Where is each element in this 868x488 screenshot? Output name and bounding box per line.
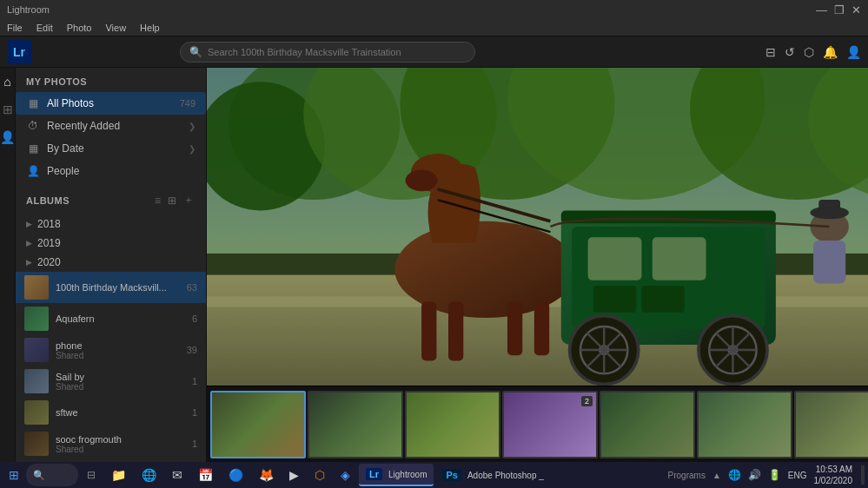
nav-icon-home[interactable]: ⌂ — [3, 75, 10, 89]
albums-title: Albums — [26, 195, 149, 206]
film-thumb-4[interactable]: 2 — [502, 391, 598, 458]
my-photos-header: My Photos — [16, 68, 206, 92]
albums-add-btn[interactable]: ＋ — [182, 191, 195, 209]
album-sail-by-name: Sail by — [56, 372, 185, 382]
album-100th[interactable]: 100th Birthday Macksvill... 63 — [16, 272, 206, 303]
menu-photo[interactable]: Photo — [67, 23, 92, 33]
clock[interactable]: 10:53 AM 1/02/2020 — [814, 464, 853, 486]
lr-taskbar-icon: Lr — [366, 468, 382, 480]
album-year-2020[interactable]: ▶ 2020 — [16, 253, 206, 272]
nav-recently-added[interactable]: ⏱ Recently Added ❯ — [16, 115, 206, 137]
album-aquafern-name: Aquafern — [56, 313, 185, 324]
nav-icon-library[interactable]: ⊞ — [3, 102, 13, 116]
album-sftwe-thumb — [24, 400, 49, 425]
chrome-btn[interactable]: 🔵 — [222, 464, 250, 486]
film-thumb-5[interactable] — [600, 391, 695, 458]
firefox-icon: 🦊 — [259, 468, 274, 482]
by-date-arrow: ❯ — [189, 144, 195, 154]
nav-people[interactable]: 👤 People — [16, 160, 206, 182]
task-view-btn[interactable]: ⊟ — [80, 464, 103, 486]
main-photo-view[interactable] — [207, 68, 868, 386]
firefox-btn[interactable]: 🦊 — [252, 464, 281, 486]
lang-indicator[interactable]: ENG — [788, 471, 807, 480]
search-input[interactable] — [208, 47, 466, 57]
calendar-icon: 📅 — [198, 468, 213, 482]
menu-help[interactable]: Help — [140, 23, 160, 33]
volume-icon[interactable]: 🔊 — [748, 469, 761, 481]
mail-icon: ✉ — [172, 468, 182, 482]
ps-taskbar-icon: Ps — [442, 469, 461, 481]
all-photos-label: All Photos — [47, 97, 173, 109]
svg-rect-16 — [448, 301, 463, 360]
show-desktop-btn[interactable] — [861, 465, 865, 485]
film-thumb-7[interactable] — [794, 391, 868, 458]
nav-icon-people[interactable]: 👤 — [0, 130, 15, 144]
mail-btn[interactable]: ✉ — [165, 464, 189, 486]
film-thumb-2[interactable] — [308, 391, 403, 458]
activity-icon[interactable]: 🔔 — [823, 45, 838, 59]
album-phone[interactable]: phone Shared 39 — [16, 334, 206, 366]
nav-all-photos[interactable]: ▦ All Photos 749 — [16, 92, 206, 115]
svg-rect-17 — [507, 301, 522, 355]
by-date-label: By Date — [47, 142, 182, 155]
svg-rect-43 — [818, 200, 840, 214]
chevron-2020: ▶ — [26, 258, 32, 267]
share-icon[interactable]: ⬡ — [804, 45, 814, 59]
album-sail-by-sub: Shared — [56, 382, 185, 392]
album-year-2018[interactable]: ▶ 2018 — [16, 214, 206, 234]
film-thumb-1[interactable] — [210, 391, 306, 458]
programs-label: Programs — [668, 471, 706, 480]
film-thumb-6[interactable] — [697, 391, 792, 458]
svg-rect-22 — [653, 237, 706, 280]
album-aquafern-info: Aquafern — [56, 313, 185, 324]
top-bar: Lr 🔍 ⊟ ↺ ⬡ 🔔 👤 — [0, 36, 868, 68]
start-button[interactable]: ⊞ — [3, 464, 24, 486]
filter-icon[interactable]: ⊟ — [765, 45, 776, 59]
albums-grid-view-btn[interactable]: ⊞ — [166, 193, 178, 208]
file-explorer-btn[interactable]: 📁 — [104, 464, 133, 486]
system-tray-expand[interactable]: ▲ — [712, 471, 721, 480]
app-title: Lightroom — [7, 4, 50, 15]
lightroom-taskbar-btn[interactable]: Lr Lightroom — [359, 464, 434, 486]
album-phone-info: phone Shared — [56, 340, 180, 360]
search-bar[interactable]: 🔍 — [180, 42, 475, 63]
blender-btn[interactable]: ⬡ — [308, 464, 332, 486]
network-icon[interactable]: 🌐 — [728, 469, 741, 481]
album-sail-by[interactable]: Sail by Shared 1 — [16, 366, 206, 397]
maximize-button[interactable]: ❐ — [834, 3, 845, 16]
nav-by-date[interactable]: ▦ By Date ❯ — [16, 137, 206, 160]
undo-icon[interactable]: ↺ — [785, 45, 795, 59]
app-btn-1[interactable]: ◈ — [334, 464, 357, 486]
close-button[interactable]: ✕ — [851, 3, 861, 16]
media-btn[interactable]: ▶ — [282, 464, 306, 486]
time-display: 10:53 AM — [814, 464, 853, 475]
account-icon[interactable]: 👤 — [846, 45, 861, 59]
album-sooc-count: 1 — [192, 439, 197, 449]
calendar-btn[interactable]: 📅 — [191, 464, 220, 486]
album-year-2019[interactable]: ▶ 2019 — [16, 234, 206, 253]
film-thumb-3[interactable] — [405, 391, 500, 458]
lightroom-taskbar-label: Lightroom — [388, 470, 427, 479]
menu-view[interactable]: View — [105, 23, 126, 33]
battery-icon[interactable]: 🔋 — [768, 469, 781, 481]
menu-file[interactable]: File — [7, 23, 23, 33]
album-sooc-frogmouth[interactable]: sooc frogmouth Shared 1 — [16, 428, 206, 459]
window-controls[interactable]: — ❐ ✕ — [816, 3, 861, 16]
album-sail-by-count: 1 — [192, 376, 197, 386]
date-display: 1/02/2020 — [814, 475, 853, 486]
photoshop-taskbar-btn[interactable]: Ps Adobe Photoshop _ — [435, 464, 550, 486]
menu-bar: File Edit Photo View Help — [0, 19, 868, 36]
svg-rect-18 — [534, 301, 549, 355]
album-100th-count: 63 — [187, 282, 197, 293]
album-sftwe[interactable]: sftwe 1 — [16, 397, 206, 428]
menu-edit[interactable]: Edit — [36, 23, 53, 33]
album-aquafern[interactable]: Aquafern 6 — [16, 303, 206, 334]
edge-btn[interactable]: 🌐 — [135, 464, 163, 486]
topbar-right: ⊟ ↺ ⬡ 🔔 👤 — [765, 45, 861, 59]
search-taskbar-icon: 🔍 — [33, 470, 45, 481]
albums-list-view-btn[interactable]: ≡ — [153, 193, 162, 208]
taskbar-search[interactable]: 🔍 — [26, 464, 78, 486]
album-aquafern-thumb — [24, 307, 49, 331]
minimize-button[interactable]: — — [816, 3, 827, 16]
albums-header: Albums ≡ ⊞ ＋ — [16, 182, 206, 214]
